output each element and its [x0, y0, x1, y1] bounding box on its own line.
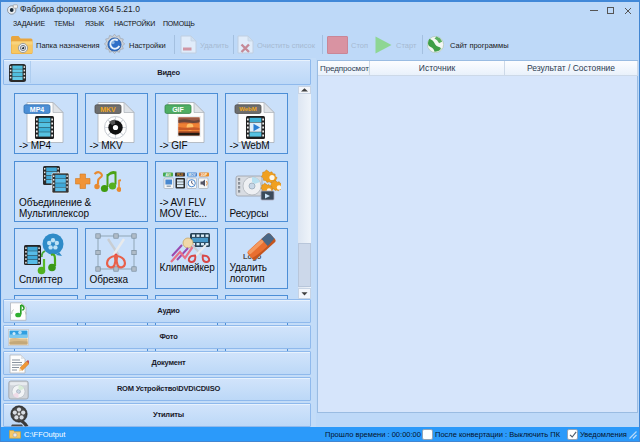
svg-text:3GP: 3GP: [200, 173, 207, 177]
svg-text:MP4: MP4: [30, 106, 45, 113]
svg-text:WebM: WebM: [239, 106, 257, 112]
svg-text:FLV: FLV: [177, 173, 184, 177]
svg-text:GIF: GIF: [172, 106, 184, 113]
svg-text:MOV: MOV: [188, 173, 196, 177]
svg-text:MKV: MKV: [100, 106, 116, 113]
svg-text:AVI: AVI: [165, 173, 170, 177]
